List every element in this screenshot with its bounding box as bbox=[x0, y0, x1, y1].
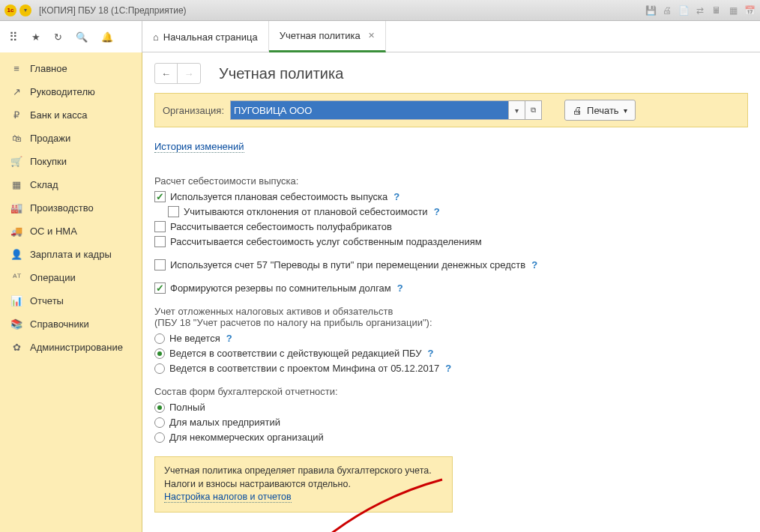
sidebar-icon: 🛒 bbox=[10, 156, 22, 167]
radio-tax-none[interactable] bbox=[154, 333, 165, 344]
help-icon[interactable]: ? bbox=[445, 363, 451, 374]
label-services: Рассчитывается себестоимость услуг собст… bbox=[170, 236, 482, 247]
label-tax-current: Ведется в соответствии с действующей ред… bbox=[169, 348, 422, 359]
print-button[interactable]: 🖨 Печать ▾ bbox=[564, 100, 636, 121]
forward-button[interactable]: → bbox=[178, 64, 200, 83]
tab-accounting-policy[interactable]: Учетная политика ✕ bbox=[269, 21, 386, 52]
bell-icon[interactable]: 🔔 bbox=[101, 31, 113, 43]
back-button[interactable]: ← bbox=[155, 64, 178, 83]
help-icon[interactable]: ? bbox=[226, 333, 232, 344]
sidebar-label: Руководителю bbox=[30, 86, 95, 97]
section-tax-title: Учет отложенных налоговых активов и обяз… bbox=[154, 306, 748, 328]
org-dropdown-button[interactable]: ▾ bbox=[509, 100, 525, 120]
doc-icon[interactable]: 📄 bbox=[678, 4, 690, 16]
sidebar-item-0[interactable]: ≡Главное bbox=[0, 57, 142, 80]
dropdown-icon[interactable]: ▾ bbox=[19, 4, 31, 16]
tab-home-label: Начальная страница bbox=[163, 31, 258, 43]
sidebar-icon: 🏭 bbox=[10, 202, 22, 214]
org-field[interactable] bbox=[230, 100, 509, 120]
sidebar-icon: 🚚 bbox=[10, 226, 22, 237]
tab-home[interactable]: ⌂ Начальная страница bbox=[142, 21, 269, 52]
sidebar-label: Склад bbox=[30, 179, 58, 190]
org-input[interactable] bbox=[231, 101, 508, 119]
radio-tax-current[interactable] bbox=[154, 348, 165, 359]
sidebar-item-3[interactable]: 🛍Продажи bbox=[0, 127, 142, 150]
tabbar: ⠿ ★ ↻ 🔍 🔔 ⌂ Начальная страница Учетная п… bbox=[0, 21, 760, 52]
sidebar-icon: 📚 bbox=[10, 318, 22, 330]
sidebar-icon: ₽ bbox=[10, 109, 22, 121]
sidebar: ≡Главное↗Руководителю₽Банк и касса🛍Прода… bbox=[0, 52, 142, 532]
radio-forms-nko[interactable] bbox=[154, 432, 165, 443]
radio-tax-draft[interactable] bbox=[154, 363, 165, 374]
sidebar-item-1[interactable]: ↗Руководителю bbox=[0, 80, 142, 103]
sidebar-icon: ᴬᵀ bbox=[10, 272, 22, 283]
sidebar-label: Главное bbox=[30, 63, 67, 74]
grid-icon[interactable]: ▦ bbox=[727, 4, 739, 16]
history-icon[interactable]: ↻ bbox=[54, 31, 62, 43]
note-line2: Налоги и взносы настраиваются отдельно. bbox=[164, 478, 443, 492]
quick-tools: ⠿ ★ ↻ 🔍 🔔 bbox=[0, 21, 142, 52]
label-tax-none: Не ведется bbox=[169, 333, 220, 344]
label-tax-draft: Ведется в соответствии с проектом Минфин… bbox=[169, 363, 439, 374]
search-icon[interactable]: 🔍 bbox=[76, 31, 88, 43]
section-cost-title: Расчет себестоимости выпуска: bbox=[154, 175, 748, 187]
sidebar-icon: 🛍 bbox=[10, 133, 22, 144]
sidebar-item-5[interactable]: ▦Склад bbox=[0, 173, 142, 196]
sidebar-icon: ≡ bbox=[10, 63, 22, 74]
compare-icon[interactable]: ⇄ bbox=[694, 4, 706, 16]
print-label: Печать bbox=[587, 105, 619, 116]
label-forms-small: Для малых предприятий bbox=[169, 417, 280, 428]
chk-services[interactable] bbox=[154, 236, 166, 247]
label-plan-cost: Используется плановая себестоимость выпу… bbox=[170, 191, 387, 202]
sidebar-item-7[interactable]: 🚚ОС и НМА bbox=[0, 220, 142, 243]
sidebar-label: Зарплата и кадры bbox=[30, 249, 112, 260]
radio-forms-small[interactable] bbox=[154, 417, 165, 428]
sidebar-label: Администрирование bbox=[30, 342, 123, 353]
chk-plan-cost[interactable] bbox=[154, 191, 166, 202]
help-icon[interactable]: ? bbox=[428, 348, 434, 359]
apps-icon[interactable]: ⠿ bbox=[9, 30, 18, 44]
help-icon[interactable]: ? bbox=[434, 206, 440, 217]
org-label: Организация: bbox=[163, 105, 224, 116]
star-icon[interactable]: ★ bbox=[31, 31, 40, 43]
sidebar-label: Производство bbox=[30, 202, 94, 214]
label-reserves: Формируются резервы по сомнительным долг… bbox=[170, 282, 391, 294]
sidebar-label: ОС и НМА bbox=[30, 226, 77, 237]
radio-forms-full[interactable] bbox=[154, 402, 165, 413]
content: ← → Учетная политика Организация: ▾ ⧉ 🖨 … bbox=[142, 52, 760, 532]
print-icon[interactable]: 🖨 bbox=[661, 4, 673, 16]
save-icon[interactable]: 💾 bbox=[645, 4, 657, 16]
org-open-button[interactable]: ⧉ bbox=[525, 100, 542, 120]
note-box: Учетная политика определяет правила бухг… bbox=[154, 456, 453, 513]
label-forms-full: Полный bbox=[169, 402, 205, 413]
chk-acct57[interactable] bbox=[154, 259, 166, 270]
label-forms-nko: Для некоммерческих организаций bbox=[169, 432, 324, 443]
sidebar-item-6[interactable]: 🏭Производство bbox=[0, 196, 142, 220]
sidebar-item-12[interactable]: ✿Администрирование bbox=[0, 336, 142, 359]
chk-deviation[interactable] bbox=[168, 206, 179, 217]
printer-icon: 🖨 bbox=[573, 105, 582, 116]
app-icon: 1c bbox=[4, 4, 16, 16]
help-icon[interactable]: ? bbox=[531, 259, 537, 270]
calendar-icon[interactable]: 📅 bbox=[744, 4, 756, 16]
sidebar-item-11[interactable]: 📚Справочники bbox=[0, 312, 142, 336]
sidebar-item-2[interactable]: ₽Банк и касса bbox=[0, 103, 142, 127]
sidebar-icon: ✿ bbox=[10, 342, 22, 353]
calc-icon[interactable]: 🖩 bbox=[711, 4, 723, 16]
label-semi: Рассчитывается себестоимость полуфабрика… bbox=[170, 221, 392, 232]
sidebar-label: Операции bbox=[30, 272, 76, 283]
note-line1: Учетная политика определяет правила бухг… bbox=[164, 465, 443, 478]
sidebar-icon: 👤 bbox=[10, 249, 22, 260]
page-title: Учетная политика bbox=[219, 65, 343, 82]
tax-settings-link[interactable]: Настройка налогов и отчетов bbox=[164, 492, 292, 503]
sidebar-item-4[interactable]: 🛒Покупки bbox=[0, 150, 142, 173]
help-icon[interactable]: ? bbox=[393, 191, 399, 202]
chk-reserves[interactable] bbox=[154, 282, 166, 294]
sidebar-item-10[interactable]: 📊Отчеты bbox=[0, 289, 142, 312]
chk-semi[interactable] bbox=[154, 221, 166, 232]
sidebar-item-9[interactable]: ᴬᵀОперации bbox=[0, 266, 142, 289]
help-icon[interactable]: ? bbox=[397, 282, 403, 294]
close-icon[interactable]: ✕ bbox=[368, 31, 375, 40]
history-link[interactable]: История изменений bbox=[154, 141, 244, 153]
sidebar-item-8[interactable]: 👤Зарплата и кадры bbox=[0, 243, 142, 266]
